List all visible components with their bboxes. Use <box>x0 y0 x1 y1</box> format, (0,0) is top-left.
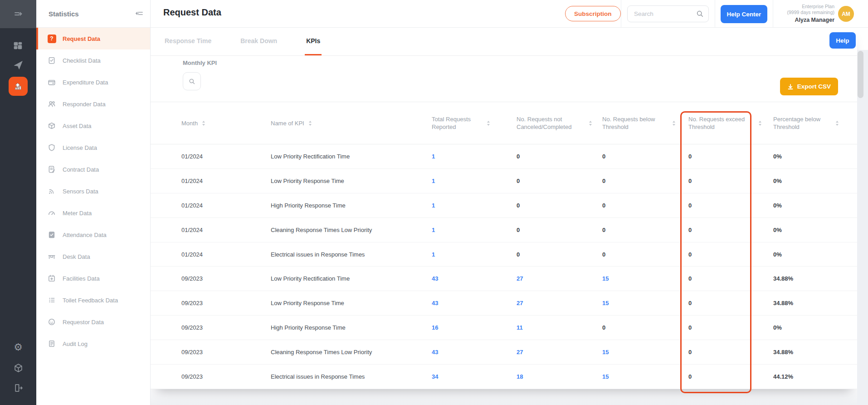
cell-month: 01/2024 <box>181 202 271 209</box>
avatar[interactable]: AM <box>838 6 854 22</box>
cell-requests-below-threshold: 0 <box>602 202 688 209</box>
cell-requests-not-canceled[interactable]: 27 <box>517 349 602 356</box>
attendance-icon <box>47 230 56 239</box>
sort-icon[interactable] <box>673 121 675 126</box>
page-bottom-band <box>151 389 868 405</box>
export-csv-button[interactable]: Export CSV <box>780 78 838 95</box>
cell-requests-below-threshold: 0 <box>602 178 688 184</box>
statistics-nav-button[interactable] <box>0 77 36 96</box>
sidebar-item-sensors-data[interactable]: Sensors Data <box>36 180 150 202</box>
sidebar-item-license-data[interactable]: License Data <box>36 137 150 158</box>
tab-break-down[interactable]: Break Down <box>239 28 278 55</box>
cell-kpi-name: Electrical issues in Response Times <box>271 251 432 258</box>
sidebar-item-contract-data[interactable]: Contract Data <box>36 158 150 180</box>
sidebar-item-label: Toilet Feedback Data <box>63 297 118 304</box>
sidebar-toggle-button[interactable] <box>0 0 36 28</box>
cell-total-requests[interactable]: 1 <box>432 153 517 160</box>
expenditure-icon <box>47 78 56 87</box>
sidebar-item-label: Attendance Data <box>63 232 107 238</box>
cell-requests-below-threshold[interactable]: 15 <box>602 300 688 306</box>
main-card: Response TimeBreak DownKPIs Monthly KPI … <box>151 28 857 389</box>
cell-requests-not-canceled[interactable]: 27 <box>517 300 602 306</box>
cell-requests-below-threshold[interactable]: 15 <box>602 373 688 380</box>
cell-total-requests[interactable]: 34 <box>432 373 517 380</box>
cell-requests-not-canceled: 0 <box>517 251 602 258</box>
cell-total-requests[interactable]: 1 <box>432 178 517 184</box>
plan-days-remaining: (9999 days remaining) <box>773 10 834 15</box>
checklist-icon <box>47 56 56 65</box>
cell-requests-not-canceled[interactable]: 27 <box>517 275 602 282</box>
modules-nav-button[interactable] <box>0 363 36 373</box>
table-search-box[interactable] <box>183 72 201 90</box>
help-center-button[interactable]: Help Center <box>721 5 767 23</box>
cell-percentage-below-threshold: 44.12% <box>773 373 853 380</box>
sidebar-item-desk-data[interactable]: Desk Data <box>36 246 150 267</box>
tab-kpis[interactable]: KPIs <box>305 28 322 55</box>
sort-icon[interactable] <box>836 121 839 126</box>
cell-month: 09/2023 <box>181 324 271 331</box>
logout-door-icon <box>14 383 23 393</box>
table-row: 09/2023Cleaning Response Times Low Prior… <box>151 340 857 365</box>
column-header-no-requests-not-canceled-completed: No. Requests not Canceled/Completed <box>517 115 602 131</box>
scrollbar-thumb[interactable] <box>858 51 863 98</box>
sort-icon[interactable] <box>309 121 312 126</box>
table-row: 09/2023Low Priority Response Time4327150… <box>151 291 857 316</box>
send-nav-button[interactable] <box>0 60 36 70</box>
sidebar-item-requestor-data[interactable]: Requestor Data <box>36 311 150 333</box>
cell-requests-not-canceled[interactable]: 18 <box>517 373 602 380</box>
collapse-sidebar-icon[interactable] <box>135 9 144 18</box>
tab-bar: Response TimeBreak DownKPIs <box>151 28 857 56</box>
cell-requests-exceed-threshold: 0 <box>688 300 773 306</box>
sidebar-item-label: Facilities Data <box>63 275 100 282</box>
cell-total-requests[interactable]: 16 <box>432 324 517 331</box>
help-button[interactable]: Help <box>829 32 856 49</box>
cell-month: 09/2023 <box>181 275 271 282</box>
column-header-percentage-below-threshold: Percentage below Threshold <box>773 115 853 131</box>
sidebar-item-label: Meter Data <box>63 210 92 217</box>
sort-icon[interactable] <box>487 121 490 126</box>
subscription-button[interactable]: Subscription <box>565 6 621 21</box>
cell-total-requests[interactable]: 1 <box>432 251 517 258</box>
cell-kpi-name: Cleaning Response Times Low Priority <box>271 227 432 233</box>
cell-month: 09/2023 <box>181 349 271 356</box>
cell-kpi-name: Low Priority Rectification Time <box>271 275 432 282</box>
sidebar-item-expenditure-data[interactable]: Expenditure Data <box>36 71 150 93</box>
request-icon: ? <box>47 34 56 43</box>
table-body: 01/2024Low Priority Rectification Time10… <box>151 144 857 389</box>
sidebar-item-facilities-data[interactable]: Facilities Data <box>36 267 150 289</box>
cell-percentage-below-threshold: 0% <box>773 324 853 331</box>
cell-percentage-below-threshold: 34.88% <box>773 349 853 356</box>
cell-total-requests[interactable]: 43 <box>432 300 517 306</box>
sidebar-item-meter-data[interactable]: Meter Data <box>36 202 150 224</box>
column-header-label: No. Requests below Threshold <box>602 115 668 131</box>
sidebar-item-request-data[interactable]: ?Request Data <box>36 28 150 49</box>
dashboard-nav-button[interactable] <box>0 41 36 51</box>
sidebar-item-label: License Data <box>63 144 97 151</box>
sidebar-item-label: Sensors Data <box>63 188 98 195</box>
cell-requests-below-threshold[interactable]: 15 <box>602 275 688 282</box>
cell-percentage-below-threshold: 34.88% <box>773 275 853 282</box>
column-header-total-requests-reported: Total Requests Reported <box>432 115 517 131</box>
indent-arrow-icon <box>13 9 23 19</box>
sort-icon[interactable] <box>202 121 205 126</box>
cell-total-requests[interactable]: 43 <box>432 275 517 282</box>
sidebar-item-toilet-feedback-data[interactable]: Toilet Feedback Data <box>36 289 150 311</box>
cell-total-requests[interactable]: 43 <box>432 349 517 356</box>
sort-icon[interactable] <box>589 121 592 126</box>
cell-total-requests[interactable]: 1 <box>432 202 517 209</box>
logout-nav-button[interactable] <box>0 383 36 393</box>
cell-requests-below-threshold[interactable]: 15 <box>602 349 688 356</box>
cell-total-requests[interactable]: 1 <box>432 227 517 233</box>
user-name: Alyza Manager <box>773 17 834 24</box>
sidebar-item-label: Audit Log <box>63 341 88 347</box>
sort-icon[interactable] <box>759 121 761 126</box>
sidebar-item-audit-log[interactable]: Audit Log <box>36 333 150 355</box>
sidebar-item-checklist-data[interactable]: Checklist Data <box>36 49 150 71</box>
sidebar-item-asset-data[interactable]: Asset Data <box>36 115 150 137</box>
settings-nav-button[interactable]: ⚙ <box>0 342 36 352</box>
sidebar-item-attendance-data[interactable]: Attendance Data <box>36 224 150 246</box>
tab-response-time[interactable]: Response Time <box>163 28 213 55</box>
cell-requests-not-canceled[interactable]: 11 <box>517 324 602 331</box>
sidebar-item-responder-data[interactable]: Responder Data <box>36 93 150 115</box>
cell-percentage-below-threshold: 0% <box>773 251 853 258</box>
